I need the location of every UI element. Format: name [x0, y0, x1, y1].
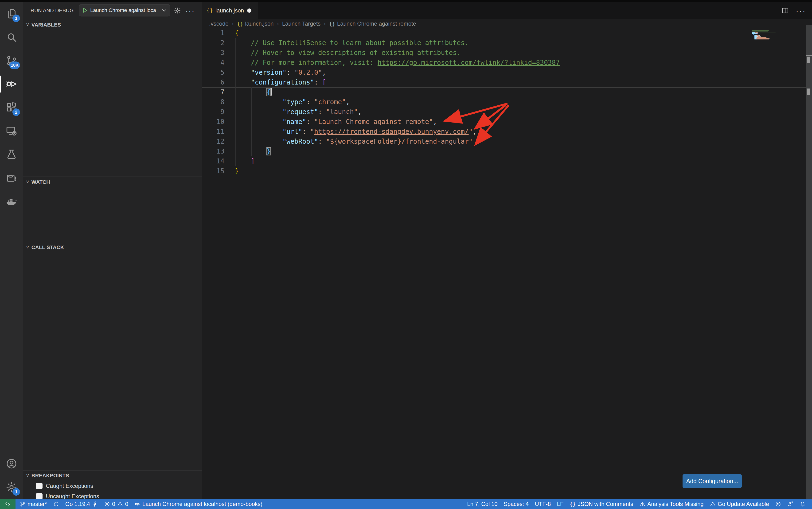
search-icon: [5, 31, 18, 43]
smiley-icon: [775, 501, 781, 507]
status-share[interactable]: [784, 499, 797, 509]
minimap[interactable]: [751, 29, 807, 48]
activity-item-accounts[interactable]: [0, 452, 23, 475]
debug-settings-gear-icon[interactable]: [172, 5, 183, 16]
editor-group: {} launch.json ··· .vscode›{}launch.json…: [202, 2, 812, 499]
code-line-14[interactable]: 14 ]: [202, 156, 812, 166]
views-more-actions-icon[interactable]: ···: [185, 5, 195, 16]
status-cursor-position[interactable]: Ln 7, Col 10: [464, 499, 500, 509]
status-git-branch[interactable]: master*: [17, 499, 50, 509]
status-encoding[interactable]: UTF-8: [532, 499, 554, 509]
section-variables: ˅ VARIABLES: [23, 20, 202, 30]
warning-icon: [710, 501, 716, 507]
chevron-down-icon: ˅: [26, 473, 29, 479]
tab-bar: {} launch.json ···: [202, 2, 812, 19]
warning-icon: [117, 501, 123, 507]
line-number: 1: [202, 28, 224, 38]
breadcrumb-separator: ›: [277, 21, 279, 27]
code-editor[interactable]: 1{2 // Use IntelliSense to learn about p…: [202, 28, 812, 176]
code-line-13[interactable]: 13 }: [202, 146, 812, 156]
code-line-8[interactable]: 8 "type": "chrome",: [202, 97, 812, 107]
section-header-call_stack[interactable]: ˅ CALL STACK: [23, 242, 202, 252]
code-line-11[interactable]: 11 "url": "https://frontend-sdangdev.bun…: [202, 127, 812, 137]
status-go-update[interactable]: Go Update Available: [707, 499, 772, 509]
json-icon: {}: [570, 501, 576, 507]
activity-item-extensions[interactable]: 2: [0, 96, 23, 119]
indent-guide: [235, 38, 236, 166]
chevron-down-icon: ˅: [26, 244, 29, 250]
editor-more-actions-icon[interactable]: ···: [796, 6, 806, 15]
code-line-6[interactable]: 6 "configurations": [: [202, 77, 812, 87]
line-number: 3: [202, 48, 224, 58]
checkbox-unchecked[interactable]: [36, 483, 42, 489]
status-problems[interactable]: 00: [101, 499, 131, 509]
code-line-12[interactable]: 12 "webRoot": "${workspaceFolder}/fronte…: [202, 137, 812, 146]
unsaved-changes-dot[interactable]: [247, 8, 251, 13]
section-header-breakpoints[interactable]: ˅ BREAKPOINTS: [23, 471, 202, 481]
remote-icon: [5, 501, 11, 507]
sync-icon: [53, 501, 59, 507]
json-file-icon: {}: [206, 7, 213, 14]
code-line-3[interactable]: 3 // Hover to view descriptions of exist…: [202, 48, 812, 58]
remote-indicator[interactable]: [0, 499, 15, 509]
code-line-4[interactable]: 4 // For more information, visit: https:…: [202, 58, 812, 68]
breakpoint-label: Caught Exceptions: [46, 483, 93, 489]
line-number: 4: [202, 58, 224, 68]
breadcrumb-item[interactable]: Launch Targets: [282, 21, 321, 27]
add-configuration-button[interactable]: Add Configuration...: [683, 474, 742, 488]
code-line-2[interactable]: 2 // Use IntelliSense to learn about pos…: [202, 38, 812, 48]
activity-badge: 10K: [9, 62, 20, 69]
code-line-10[interactable]: 10 "name": "Launch Chrome against remote…: [202, 117, 812, 127]
start-debug-icon[interactable]: [81, 7, 88, 14]
code-line-1[interactable]: 1{: [202, 28, 812, 38]
code-line-5[interactable]: 5 "version": "0.2.0",: [202, 68, 812, 77]
code-line-15[interactable]: 15}: [202, 166, 812, 176]
breadcrumb-item[interactable]: .vscode: [209, 21, 229, 27]
section-header-watch[interactable]: ˅ WATCH: [23, 177, 202, 188]
debug-start-icon: [134, 501, 140, 507]
code-line-9[interactable]: 9 "request": "launch",: [202, 107, 812, 117]
activity-item-settings[interactable]: 1: [0, 475, 23, 499]
activity-item-search[interactable]: [0, 25, 23, 49]
status-language-mode[interactable]: {}JSON with Comments: [566, 499, 636, 509]
checkbox-unchecked[interactable]: [36, 493, 42, 500]
status-go-version[interactable]: Go 1.19.4: [62, 499, 101, 509]
section-header-variables[interactable]: ˅ VARIABLES: [23, 20, 202, 30]
activity-item-docker[interactable]: [0, 190, 23, 213]
bolt-icon: [92, 501, 98, 507]
breadcrumb-item[interactable]: {}Launch Chrome against remote: [329, 21, 416, 27]
tab-launch-json[interactable]: {} launch.json: [202, 2, 258, 19]
activity-item-explorer[interactable]: 1: [0, 2, 23, 25]
status-eol[interactable]: LF: [554, 499, 566, 509]
status-notifications[interactable]: [797, 499, 809, 509]
debug-configuration-selector[interactable]: Launch Chrome against loca: [79, 4, 170, 16]
line-number: 10: [202, 117, 224, 127]
activity-badge: 1: [12, 488, 20, 496]
status-debug-launch[interactable]: Launch Chrome against localhost (demo-bo…: [131, 499, 265, 509]
breadcrumb-item[interactable]: {}launch.json: [237, 21, 274, 27]
overview-ruler-marker: [807, 89, 810, 95]
activity-item-remote-explorer[interactable]: [0, 119, 23, 143]
activity-item-run-and-debug[interactable]: [0, 72, 23, 96]
warning-icon: [639, 501, 645, 507]
section-breakpoints: ˅ BREAKPOINTS Caught ExceptionsUncaught …: [23, 471, 202, 502]
brace-icon: {}: [329, 21, 335, 27]
line-number: 15: [202, 166, 224, 176]
code-line-7[interactable]: 7 {: [202, 87, 812, 97]
breakpoint-item[interactable]: Caught Exceptions: [36, 481, 202, 491]
split-editor-icon[interactable]: [781, 7, 789, 14]
breadcrumb-separator: ›: [324, 21, 326, 27]
status-sync[interactable]: [50, 499, 62, 509]
activity-item-containers[interactable]: [0, 166, 23, 190]
vertical-scrollbar[interactable]: [806, 25, 812, 499]
breakpoint-label: Uncaught Exceptions: [46, 493, 99, 500]
line-number: 5: [202, 68, 224, 77]
status-analysis-tools[interactable]: Analysis Tools Missing: [636, 499, 707, 509]
testing-icon: [5, 148, 18, 161]
indent-guide: [267, 97, 267, 146]
status-feedback[interactable]: [772, 499, 784, 509]
activity-item-source-control[interactable]: 10K: [0, 49, 23, 72]
status-indentation[interactable]: Spaces: 4: [501, 499, 532, 509]
docker-icon: [5, 195, 18, 208]
activity-item-testing[interactable]: [0, 143, 23, 166]
